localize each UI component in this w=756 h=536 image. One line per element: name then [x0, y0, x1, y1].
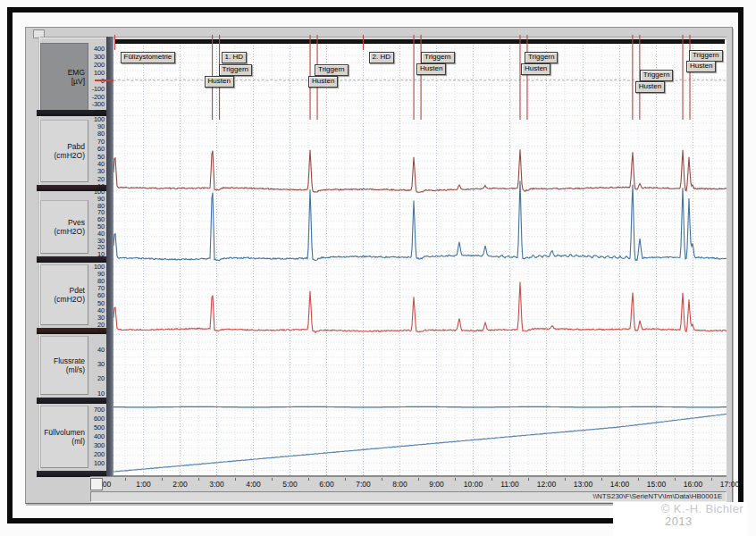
- tick-label-pabd: 20: [83, 176, 105, 182]
- tick-label-fluss: 10: [83, 390, 105, 397]
- time-minor-tick: [711, 478, 712, 481]
- channel-button-emg[interactable]: EMG[µV]: [40, 43, 88, 111]
- tick-label-pdet: 80: [83, 278, 105, 284]
- time-minor-tick: [601, 478, 602, 481]
- recording-canvas[interactable]: [113, 33, 727, 476]
- time-scroll-button[interactable]: [90, 478, 103, 490]
- channel-button-fluss[interactable]: Flussrate(ml/s): [40, 336, 88, 395]
- time-minor-tick: [345, 478, 346, 481]
- tick-label-fluss: 40: [83, 347, 105, 353]
- plot-area[interactable]: Füllzystometrie1. HDTriggernHustenTrigge…: [113, 33, 727, 476]
- time-label: 00: [103, 480, 111, 489]
- time-label: 8:00: [392, 480, 407, 489]
- event-label-husten[interactable]: Husten: [635, 81, 665, 93]
- tick-label-emg: 400: [83, 46, 105, 52]
- time-minor-tick: [125, 478, 126, 481]
- event-label-triggern[interactable]: Triggern: [640, 70, 674, 81]
- time-label: 6:00: [319, 480, 334, 489]
- tick-label-pdet: 70: [83, 285, 105, 291]
- event-label-triggern[interactable]: Triggern: [219, 64, 253, 76]
- event-label-triggern[interactable]: Triggern: [421, 52, 455, 63]
- tick-label-pves: 100: [83, 188, 105, 195]
- event-label-husten[interactable]: Husten: [416, 63, 446, 75]
- urodynamics-window: EMG[µV]Pabd(cmH2O)Pves(cmH2O)Pdet(cmH2O)…: [25, 27, 733, 504]
- axis-tick-column: 4003002001000-100-200-300-40010090807060…: [83, 28, 105, 503]
- event-label-2-hd[interactable]: 2. HD: [369, 52, 394, 63]
- time-label: 14:00: [610, 480, 629, 489]
- time-minor-tick: [491, 478, 492, 481]
- event-label-husten[interactable]: Husten: [205, 76, 234, 88]
- time-label: 15:00: [647, 480, 666, 489]
- channel-button-voll[interactable]: Füllvolumen(ml): [40, 406, 88, 468]
- tick-label-pdet: 50: [83, 300, 105, 306]
- event-label-husten[interactable]: Husten: [686, 61, 716, 72]
- time-label: 1:00: [136, 480, 151, 489]
- event-label-husten[interactable]: Husten: [308, 76, 338, 88]
- tick-label-pabd: 70: [83, 138, 105, 145]
- channel-button-pdet[interactable]: Pdet(cmH2O): [40, 264, 88, 325]
- time-minor-tick: [528, 478, 529, 481]
- tick-label-fluss: 30: [83, 361, 105, 367]
- time-label: 9:00: [429, 480, 444, 489]
- time-minor-tick: [235, 478, 236, 481]
- tick-label-pabd: 80: [83, 130, 105, 137]
- time-minor-tick: [418, 478, 419, 481]
- tick-label-pdet: 90: [83, 271, 105, 277]
- tick-label-emg: -200: [83, 94, 105, 100]
- tick-label-emg: 300: [83, 54, 105, 60]
- tick-label-voll: 200: [83, 451, 105, 457]
- time-axis: 001:002:003:004:005:006:007:008:009:0010…: [90, 476, 727, 491]
- tick-label-voll: 300: [83, 442, 105, 448]
- time-label: 13:00: [574, 480, 592, 489]
- time-label: 16:00: [684, 480, 702, 489]
- time-label: 5:00: [282, 480, 298, 489]
- time-minor-tick: [675, 478, 676, 481]
- time-label: 11:00: [500, 480, 519, 489]
- channel-button-pves[interactable]: Pves(cmH2O): [40, 200, 88, 254]
- time-minor-tick: [198, 478, 199, 481]
- event-label-husten[interactable]: Husten: [521, 63, 550, 75]
- event-label-triggern[interactable]: Triggern: [525, 52, 559, 63]
- copyright-line1: © K.-H. Bichler: [613, 502, 747, 515]
- time-minor-tick: [455, 478, 456, 481]
- tick-label-pdet: 10: [83, 329, 105, 335]
- tick-label-pves: 40: [83, 230, 105, 237]
- tick-label-pdet: 30: [83, 314, 105, 321]
- tick-label-voll: 700: [83, 406, 105, 413]
- channel-button-pabd[interactable]: Pabd(cmH2O): [40, 120, 88, 182]
- tick-label-pdet: 40: [83, 307, 105, 314]
- tick-label-pabd: 40: [83, 161, 105, 167]
- event-label-1-hd[interactable]: 1. HD: [222, 52, 247, 63]
- copyright-line2: 2013: [613, 515, 747, 528]
- time-label: 7:00: [356, 480, 371, 489]
- tick-label-pves: 90: [83, 196, 105, 202]
- time-label: 17:00: [720, 480, 739, 489]
- status-bar: \\NTS230\F\SerieNTV\Im\Data\HB0001E: [90, 491, 727, 502]
- time-minor-tick: [565, 478, 566, 481]
- time-label: 10:00: [464, 480, 483, 489]
- tick-label-pabd: 50: [83, 154, 105, 160]
- tick-label-voll: 500: [83, 424, 105, 431]
- time-minor-tick: [308, 478, 309, 481]
- event-label-triggern[interactable]: Triggern: [315, 64, 349, 76]
- tick-label-pves: 50: [83, 223, 105, 230]
- time-label: 2:00: [172, 480, 188, 489]
- time-label: 3:00: [209, 480, 224, 489]
- tick-label-pabd: 100: [83, 116, 105, 122]
- time-minor-tick: [162, 478, 163, 481]
- emg-zero-tick: [95, 80, 113, 81]
- tick-label-voll: 600: [83, 415, 105, 422]
- time-minor-tick: [638, 478, 639, 481]
- tick-label-emg: 200: [83, 62, 105, 68]
- copyright-watermark: © K.-H. Bichler 2013: [613, 502, 747, 536]
- event-label-füllzystometrie[interactable]: Füllzystometrie: [121, 52, 176, 63]
- tick-label-fluss: 20: [83, 375, 105, 381]
- tick-label-voll: 100: [83, 460, 105, 466]
- time-label: 4:00: [246, 480, 261, 489]
- tick-label-emg: -300: [83, 101, 105, 107]
- tick-label-pves: 10: [83, 251, 105, 257]
- tick-label-emg: -100: [83, 86, 105, 92]
- tick-label-pdet: 20: [83, 322, 105, 328]
- tick-label-pabd: 30: [83, 168, 105, 174]
- tick-label-pdet: 60: [83, 292, 105, 298]
